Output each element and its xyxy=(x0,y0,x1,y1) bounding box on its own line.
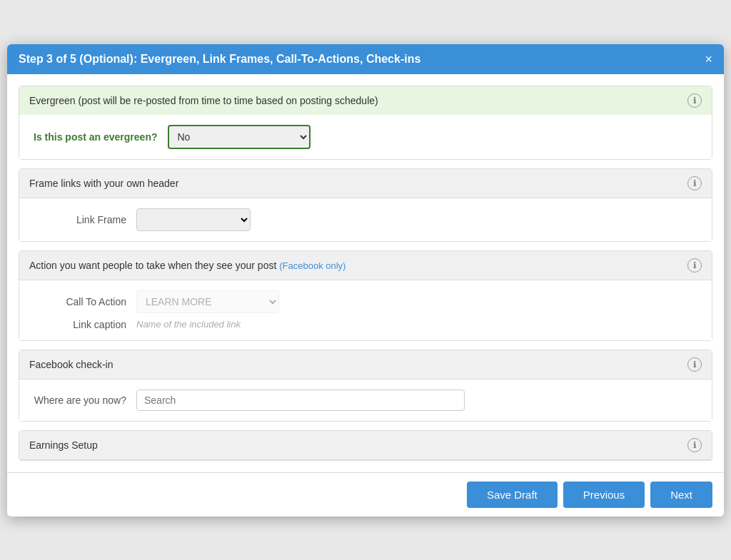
evergreen-label: Is this post an evergreen? xyxy=(34,131,158,143)
cta-label: Call To Action xyxy=(34,296,126,307)
checkin-info-icon[interactable]: ℹ xyxy=(687,357,702,372)
link-caption-row: Link caption Name of the included link xyxy=(34,319,697,330)
frame-section-header: Frame links with your own header ℹ xyxy=(19,169,712,198)
dialog-footer: Save Draft Previous Next xyxy=(7,472,724,516)
frame-info-icon[interactable]: ℹ xyxy=(687,176,702,190)
previous-button[interactable]: Previous xyxy=(563,482,645,508)
checkin-section-body: Where are you now? xyxy=(19,380,712,421)
cta-header-main: Action you want people to take when they… xyxy=(29,260,279,271)
cta-section-body: Call To Action LEARN MORE Link caption N… xyxy=(19,280,712,340)
earnings-section-header: Earnings Setup ℹ xyxy=(19,431,712,460)
dialog-header: Step 3 of 5 (Optional): Evergreen, Link … xyxy=(7,44,724,74)
evergreen-header-text: Evergreen (post will be re-posted from t… xyxy=(29,95,378,106)
caption-label: Link caption xyxy=(34,319,126,330)
cta-header-text: Action you want people to take when they… xyxy=(29,260,346,271)
earnings-info-icon[interactable]: ℹ xyxy=(687,438,702,452)
cta-section-header: Action you want people to take when they… xyxy=(19,251,712,280)
frame-form-row: Link Frame xyxy=(34,208,697,231)
checkin-label: Where are you now? xyxy=(34,394,126,406)
next-button[interactable]: Next xyxy=(650,482,712,508)
evergreen-section: Evergreen (post will be re-posted from t… xyxy=(19,86,712,160)
cta-header-link: (Facebook only) xyxy=(279,260,346,271)
checkin-form-row: Where are you now? xyxy=(34,390,697,411)
frame-section: Frame links with your own header ℹ Link … xyxy=(19,168,712,242)
dialog-container: Step 3 of 5 (Optional): Evergreen, Link … xyxy=(7,44,724,516)
evergreen-section-header: Evergreen (post will be re-posted from t… xyxy=(19,86,712,115)
evergreen-section-body: Is this post an evergreen? No Yes xyxy=(19,115,712,159)
caption-hint: Name of the included link xyxy=(136,319,241,330)
checkin-section: Facebook check-in ℹ Where are you now? xyxy=(19,350,712,422)
checkin-search-input[interactable] xyxy=(136,390,465,411)
frame-section-body: Link Frame xyxy=(19,198,712,241)
dialog-body: Evergreen (post will be re-posted from t… xyxy=(7,74,724,472)
frame-header-text: Frame links with your own header xyxy=(29,178,178,189)
frame-label: Link Frame xyxy=(34,214,126,225)
cta-info-icon[interactable]: ℹ xyxy=(687,258,702,273)
earnings-section: Earnings Setup ℹ xyxy=(19,430,712,461)
checkin-section-header: Facebook check-in ℹ xyxy=(19,350,712,380)
cta-select[interactable]: LEARN MORE xyxy=(136,290,279,313)
link-frame-select[interactable] xyxy=(136,208,251,231)
dialog-title: Step 3 of 5 (Optional): Evergreen, Link … xyxy=(19,53,420,66)
evergreen-select[interactable]: No Yes xyxy=(168,125,311,149)
close-button[interactable]: × xyxy=(705,53,712,66)
save-draft-button[interactable]: Save Draft xyxy=(467,482,558,508)
earnings-header-text: Earnings Setup xyxy=(29,439,98,451)
cta-section: Action you want people to take when they… xyxy=(19,250,712,341)
evergreen-form-row: Is this post an evergreen? No Yes xyxy=(34,125,697,149)
evergreen-info-icon[interactable]: ℹ xyxy=(687,93,702,108)
cta-form-row: Call To Action LEARN MORE xyxy=(34,290,697,313)
checkin-header-text: Facebook check-in xyxy=(29,359,114,370)
